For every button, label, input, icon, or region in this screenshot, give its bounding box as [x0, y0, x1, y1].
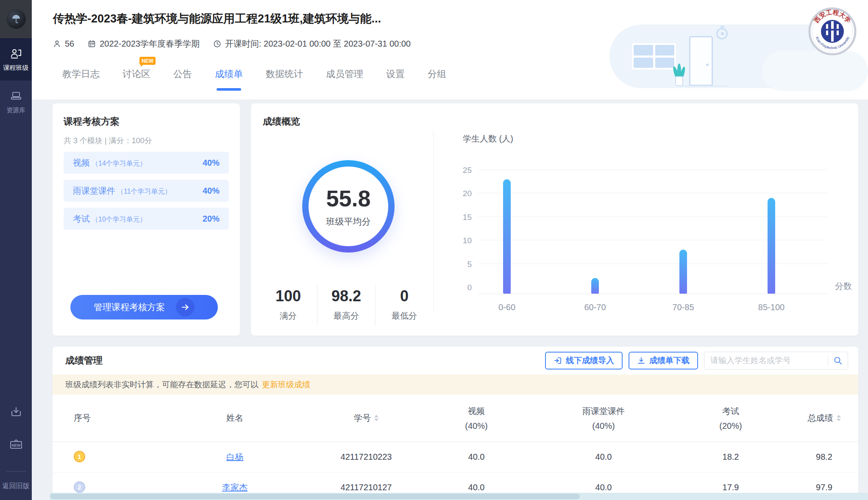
course-schedule: 开课时间: 2023-02-01 00:00 至 2023-07-31 00:0… — [213, 38, 411, 50]
grades-download-button[interactable]: 成绩单下载 — [629, 352, 698, 369]
course-class-icon — [10, 47, 22, 60]
chart-plot: 05101520250-6060-7070-8585-100 — [478, 170, 827, 294]
tab-members[interactable]: 成员管理 — [326, 68, 363, 81]
sidebar: 课程班级 资源库 NEW 返回旧版 — [0, 0, 32, 500]
module-weight: 40% — [203, 158, 220, 168]
table-row: 1 白杨 42117210223 40.0 40.0 18.2 98.2 — [53, 442, 858, 472]
manage-assessment-button[interactable]: 管理课程考核方案 — [70, 295, 218, 319]
student-id-sort[interactable]: 学号 — [354, 412, 378, 424]
section-divider — [433, 130, 434, 312]
university-logo: 西安工程大学 Xi'an Polytechnic University — [808, 7, 857, 56]
student-name-link[interactable]: 白杨 — [226, 452, 243, 461]
total-score: 98.2 — [790, 452, 858, 462]
grades-header: 成绩管理 线下成绩导入 成绩单下载 — [53, 347, 858, 375]
user-avatar[interactable] — [6, 9, 26, 29]
bell-illustration — [716, 28, 728, 39]
back-to-old-version-link[interactable]: 返回旧版 — [3, 482, 30, 491]
decor-blob — [762, 51, 868, 91]
grade-overview-card: 成绩概览 55.8 班级平均分 100 满分 98.2 最高分 — [251, 103, 858, 336]
total-score: 97.9 — [790, 483, 858, 492]
search-button[interactable] — [828, 352, 848, 369]
stat-lowest-score: 0 最低分 — [375, 285, 433, 326]
grades-table: 序号 姓名 学号 视频(40%) 雨课堂课件(40%) — [53, 394, 858, 500]
stat-highest-score: 98.2 最高分 — [317, 285, 375, 326]
window-illustration — [632, 43, 676, 69]
col-video: 视频(40%) — [417, 406, 536, 431]
assessment-card-title: 课程考核方案 — [64, 115, 229, 128]
chart-x-axis-title: 分数 — [835, 281, 852, 292]
col-student-id: 学号 — [315, 412, 417, 424]
content: 课程考核方案 共 3 个模块 | 满分：100分 视频（14个学习单元） 40%… — [32, 100, 868, 500]
y-tick-label: 5 — [448, 260, 472, 269]
sidebar-item-course-class[interactable]: 课程班级 — [0, 38, 32, 81]
student-search-input[interactable] — [704, 356, 828, 365]
avatar-block — [0, 0, 32, 38]
clock-icon — [213, 40, 221, 48]
student-name-link[interactable]: 李家杰 — [222, 483, 248, 492]
horizontal-scrollbar-thumb[interactable] — [50, 494, 580, 499]
tab-groups[interactable]: 分组 — [428, 68, 446, 81]
import-icon — [554, 356, 562, 365]
course-info-row: 56 2022-2023学年度春季学期 开课时间: 2023-02-01 00:… — [53, 38, 411, 50]
exam-score: 18.2 — [671, 452, 790, 462]
tab-discussion[interactable]: 讨论区NEW — [122, 68, 150, 81]
course-title: 传热学-2023春-建筑环境与能源应用工程21级1班,建筑环境与能... — [53, 11, 381, 26]
sidebar-bottom: NEW 返回旧版 — [0, 405, 32, 500]
tab-announcement[interactable]: 公告 — [173, 68, 192, 81]
module-weight: 40% — [203, 186, 220, 196]
calendar-icon — [88, 40, 96, 48]
class-average-value: 55.8 — [326, 185, 370, 211]
resource-library-icon — [10, 90, 22, 103]
chart-y-axis-title: 学生人数 (人) — [463, 133, 513, 144]
stat-full-score: 100 满分 — [259, 285, 317, 326]
bar-70-85 — [679, 250, 687, 294]
offline-grades-import-button[interactable]: 线下成绩导入 — [545, 352, 623, 369]
module-row-courseware[interactable]: 雨课堂课件（11个学习单元） 40% — [64, 180, 229, 202]
grades-notice-bar: 班级成绩列表非实时计算，可能存在数据延迟，您可以 更新班级成绩 — [53, 375, 858, 394]
y-tick-label: 20 — [448, 189, 472, 198]
overview-card-title: 成绩概览 — [263, 115, 846, 128]
grades-card-title: 成绩管理 — [65, 354, 103, 367]
video-score: 40.0 — [417, 452, 536, 462]
total-sort[interactable]: 总成绩 — [808, 412, 841, 424]
y-tick-label: 15 — [448, 213, 472, 222]
search-icon — [833, 356, 843, 365]
whats-new-icon[interactable]: NEW — [8, 438, 24, 452]
tab-grades[interactable]: 成绩单 — [215, 68, 243, 81]
student-id: 42117210223 — [315, 452, 417, 462]
class-average-label: 班级平均分 — [326, 216, 371, 228]
video-score: 40.0 — [417, 483, 536, 492]
horizontal-scrollbar — [50, 493, 868, 500]
col-total: 总成绩 — [790, 412, 858, 424]
decor-blob — [609, 25, 838, 88]
y-tick-label: 25 — [448, 166, 472, 175]
col-courseware: 雨课堂课件(40%) — [536, 406, 671, 431]
bar-60-70 — [591, 278, 599, 294]
col-name: 姓名 — [154, 412, 315, 424]
rank-1-medal-icon: 1 — [74, 451, 154, 462]
sidebar-item-resource-library[interactable]: 资源库 — [0, 81, 32, 123]
refresh-grades-link[interactable]: 更新班级成绩 — [262, 379, 310, 390]
x-tick-label: 70-85 — [654, 303, 713, 312]
tab-settings[interactable]: 设置 — [386, 68, 405, 81]
sidebar-divider — [6, 471, 26, 472]
download-center-icon[interactable] — [9, 405, 23, 419]
tab-teaching-log[interactable]: 教学日志 — [62, 68, 100, 81]
module-row-exam[interactable]: 考试（10个学习单元） 20% — [64, 208, 229, 230]
stats-row: 100 满分 98.2 最高分 0 最低分 — [259, 285, 433, 326]
arrow-right-icon — [176, 298, 195, 317]
student-id: 42117210127 — [315, 483, 417, 492]
topbar: 西安工程大学 Xi'an Polytechnic University 传热学-… — [32, 0, 868, 100]
sidebar-item-label: 课程班级 — [3, 64, 29, 72]
tab-statistics[interactable]: 数据统计 — [266, 68, 303, 81]
umbrella-icon — [11, 14, 22, 25]
bar-0-60 — [503, 179, 511, 294]
col-exam: 考试(20%) — [671, 406, 790, 431]
y-tick-label: 0 — [448, 283, 472, 292]
assessment-scheme-card: 课程考核方案 共 3 个模块 | 满分：100分 视频（14个学习单元） 40%… — [53, 103, 240, 336]
sort-caret-icon — [374, 415, 378, 421]
module-row-video[interactable]: 视频（14个学习单元） 40% — [64, 152, 229, 174]
download-icon — [637, 356, 645, 365]
x-tick-label: 0-60 — [477, 303, 537, 312]
gridline — [478, 169, 827, 170]
